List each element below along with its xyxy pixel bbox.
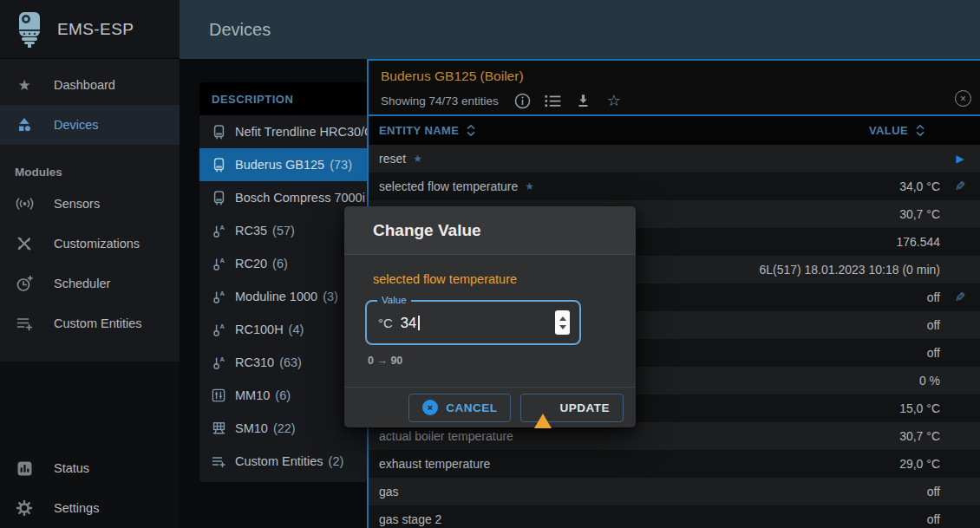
- entity-name: exhaust temperature: [379, 457, 490, 471]
- sidebar-item-label: Custom Entities: [54, 316, 142, 330]
- entity-row[interactable]: gas stage 2off: [369, 505, 980, 528]
- edit-pencil-icon[interactable]: ✎: [955, 179, 966, 194]
- download-icon[interactable]: [575, 92, 592, 109]
- sidebar-item-label: Dashboard: [54, 78, 115, 92]
- entity-name-column-header: ENTITY NAME: [379, 124, 459, 137]
- entity-row[interactable]: gasoff: [369, 478, 980, 505]
- device-name: RC20: [235, 257, 267, 271]
- entity-name: gas stage 2: [379, 512, 441, 526]
- entity-row[interactable]: reset★▶: [369, 145, 980, 173]
- device-list-panel: DESCRIPTION Nefit Trendline HRC30/CBuder…: [199, 82, 367, 482]
- device-list-item[interactable]: SM10(22): [199, 412, 367, 445]
- solar-icon: [211, 421, 226, 435]
- svg-text:A: A: [219, 355, 225, 363]
- device-list-item[interactable]: ARC35(57): [199, 214, 367, 247]
- value-input-label: Value: [377, 295, 411, 305]
- dialog-header: Change Value: [344, 206, 636, 255]
- text-caret: [418, 316, 420, 330]
- entity-name: gas: [379, 485, 399, 499]
- device-list-item[interactable]: ARC310(63): [199, 346, 367, 379]
- device-list-item[interactable]: Nefit Trendline HRC30/C: [199, 115, 367, 148]
- entity-value: 30,7 °C: [899, 429, 940, 443]
- execute-command-icon[interactable]: ▶: [956, 153, 964, 165]
- svg-text:A: A: [219, 257, 225, 264]
- favorite-star-icon: ★: [413, 153, 422, 165]
- value-input-text: 34: [401, 315, 416, 331]
- sidebar-item-label: Customizations: [54, 237, 140, 251]
- spinner-down-icon[interactable]: [559, 325, 566, 329]
- entity-row[interactable]: selected flow temperature★34,0 °C✎: [369, 173, 980, 200]
- app-title: EMS-ESP: [57, 20, 134, 39]
- entity-value: off: [927, 290, 940, 304]
- star-icon: ★: [14, 78, 35, 93]
- device-list-item[interactable]: MM10(6): [199, 379, 367, 412]
- sidebar-item-label: Devices: [54, 118, 99, 132]
- cancel-button-label: CANCEL: [446, 401, 497, 414]
- favorites-filter-icon[interactable]: ☆: [605, 92, 623, 109]
- sidebar-item-settings[interactable]: Settings: [0, 488, 180, 528]
- svg-text:A: A: [219, 290, 225, 297]
- device-entity-count: (3): [323, 290, 338, 303]
- dialog-entity-name: selected flow temperature: [373, 272, 636, 286]
- app-logo-area: EMS-ESP: [0, 0, 180, 59]
- sidebar-item-sensors[interactable]: Sensors: [0, 184, 180, 224]
- close-panel-icon[interactable]: ×: [955, 90, 971, 107]
- entity-row[interactable]: exhaust temperature29,0 °C: [369, 450, 980, 478]
- device-name: Custom Entities: [235, 454, 323, 468]
- device-name: Nefit Trendline HRC30/C: [235, 125, 367, 139]
- change-value-dialog: Change Value selected flow temperature V…: [344, 206, 636, 427]
- cancel-circle-x-icon: ×: [422, 400, 438, 415]
- number-spinner[interactable]: [555, 310, 570, 335]
- thermostat-icon: A: [211, 224, 226, 238]
- device-list-item[interactable]: ARC100H(4): [199, 313, 367, 346]
- boiler-logo-icon: [14, 10, 45, 49]
- info-icon[interactable]: [514, 92, 532, 109]
- thermostat-icon: A: [211, 257, 226, 271]
- entity-value: 0 %: [919, 374, 940, 388]
- device-entity-count: (4): [289, 323, 304, 336]
- device-list-item[interactable]: Custom Entities(2): [199, 445, 367, 478]
- selected-device-title: Buderus GB125 (Boiler): [381, 68, 980, 84]
- sidebar-item-customizations[interactable]: Customizations: [0, 224, 180, 264]
- device-name: MM10: [235, 388, 270, 402]
- cancel-button[interactable]: × CANCEL: [408, 394, 511, 422]
- sort-value-icon[interactable]: [916, 125, 924, 136]
- entity-value: off: [927, 346, 940, 360]
- top-app-bar: Devices: [180, 0, 980, 59]
- device-name: Moduline 1000: [235, 290, 317, 303]
- gear-icon: [14, 500, 35, 516]
- sidebar-item-scheduler[interactable]: Scheduler: [0, 264, 180, 303]
- device-list-item[interactable]: AModuline 1000(3): [199, 280, 367, 313]
- list-view-icon[interactable]: [545, 92, 562, 109]
- sidebar-item-dashboard[interactable]: ★ Dashboard: [0, 65, 180, 105]
- sidebar-item-status[interactable]: Status: [0, 448, 180, 488]
- spinner-up-icon[interactable]: [559, 316, 566, 321]
- entity-name: selected flow temperature: [379, 179, 518, 193]
- device-list-item[interactable]: ARC20(6): [199, 247, 367, 280]
- edit-pencil-icon[interactable]: ✎: [955, 290, 966, 305]
- clock-plus-icon: [14, 276, 35, 292]
- device-name: SM10: [235, 421, 268, 435]
- sidebar-item-label: Status: [54, 461, 89, 475]
- entity-value: off: [927, 318, 940, 332]
- boiler-icon: [211, 191, 226, 205]
- device-name: RC100H: [235, 323, 284, 336]
- device-entity-count: (6): [275, 388, 291, 402]
- update-button[interactable]: ! UPDATE: [520, 394, 624, 422]
- sidebar-item-custom-entities[interactable]: Custom Entities: [0, 303, 180, 343]
- sort-entity-name-icon[interactable]: [467, 125, 475, 136]
- warning-triangle-icon: !: [534, 401, 552, 415]
- boiler-icon: [211, 125, 226, 140]
- bar-chart-icon: [14, 461, 35, 476]
- device-list-item[interactable]: Buderus GB125(73): [199, 148, 367, 181]
- value-input[interactable]: Value °C 34: [365, 300, 581, 345]
- custom-icon: [211, 455, 226, 468]
- entity-value: 176.544: [896, 235, 940, 249]
- sidebar-item-devices[interactable]: Devices: [0, 105, 180, 145]
- device-list-item[interactable]: Bosch Compress 7000i: [199, 181, 367, 214]
- entity-name: actual boiler temperature: [379, 429, 513, 443]
- dialog-footer: × CANCEL ! UPDATE: [344, 387, 636, 427]
- entity-value: off: [927, 512, 940, 526]
- device-entity-count: (6): [272, 257, 288, 271]
- device-name: RC35: [235, 224, 267, 238]
